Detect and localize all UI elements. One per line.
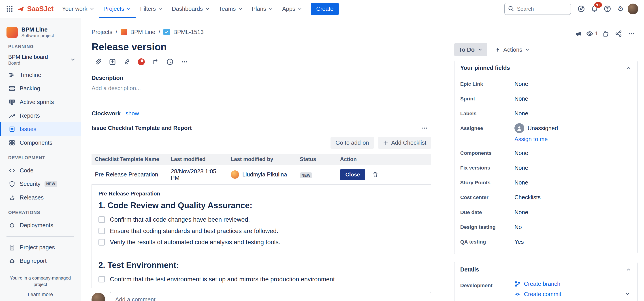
clockwork-show-link[interactable]: show <box>126 110 139 116</box>
toolbar-more-button[interactable] <box>178 56 191 68</box>
help-button[interactable] <box>601 3 614 15</box>
issue-main: Projects / BPM Line / BPML-1513 Release … <box>81 18 432 301</box>
pinned-fields-title: Your pinned fields <box>460 65 510 71</box>
search-input[interactable] <box>504 3 571 15</box>
field-value[interactable]: None <box>514 81 632 87</box>
checkbox[interactable] <box>98 216 105 223</box>
comment-input[interactable] <box>110 292 431 301</box>
task-type-icon <box>163 29 170 35</box>
app-switcher-button[interactable] <box>3 3 16 15</box>
section-planning: PLANNING <box>8 44 81 49</box>
watch-button[interactable]: 1 <box>586 28 598 39</box>
sidebar-item-timeline[interactable]: Timeline <box>0 68 81 82</box>
clockwork-button[interactable] <box>163 56 176 68</box>
breadcrumb-projects[interactable]: Projects <box>92 29 112 35</box>
checkbox[interactable] <box>98 228 105 234</box>
sidebar-item-components[interactable]: Components <box>0 136 81 150</box>
field-value[interactable]: No <box>514 224 632 230</box>
actions-label: Actions <box>504 46 522 53</box>
add-child-issue-icon <box>109 58 116 65</box>
details-header[interactable]: Details <box>454 262 637 277</box>
checklist-addon-button[interactable] <box>135 56 148 68</box>
share-button[interactable] <box>613 28 624 39</box>
actions-dropdown[interactable]: Actions <box>495 46 530 53</box>
close-checklist-button[interactable]: Close <box>340 169 366 180</box>
field-fix-versions: Fix versions None <box>460 161 632 175</box>
nav-plans[interactable]: Plans <box>247 0 278 18</box>
pinned-fields-header[interactable]: Your pinned fields <box>454 60 637 76</box>
nav-projects[interactable]: Projects <box>99 0 136 18</box>
project-sidebar: BPM Line Software project PLANNING BPM L… <box>0 18 81 301</box>
field-label: Development <box>460 281 514 288</box>
pinned-fields-card: Your pinned fields Epic Link None Sprint… <box>454 60 638 254</box>
go-to-addon-button[interactable]: Go to add-on <box>330 137 374 149</box>
assign-to-me-link[interactable]: Assign to me <box>514 136 632 142</box>
sidebar-item-active-sprints[interactable]: Active sprints <box>0 95 81 109</box>
chevron-down-icon <box>126 6 131 11</box>
field-value[interactable]: None <box>514 209 632 216</box>
checkbox[interactable] <box>98 239 105 245</box>
nav-apps[interactable]: Apps <box>278 0 307 18</box>
breadcrumb-issue-key[interactable]: BPML-1513 <box>174 29 204 35</box>
assignee-value[interactable]: Unassigned <box>514 123 632 133</box>
sidebar-item-issues[interactable]: Issues <box>0 122 81 136</box>
sidebar-item-security[interactable]: Security NEW <box>0 177 81 191</box>
nav-teams[interactable]: Teams <box>214 0 247 18</box>
user-avatar[interactable] <box>628 3 638 14</box>
sidebar-item-code[interactable]: Code <box>0 164 81 177</box>
development-expand-button[interactable] <box>622 288 633 300</box>
field-value[interactable]: None <box>514 165 632 171</box>
feedback-button[interactable] <box>573 28 584 39</box>
vote-button[interactable] <box>600 28 611 39</box>
breadcrumb-project[interactable]: BPM Line <box>130 29 155 35</box>
sidebar-item-backlog[interactable]: Backlog <box>0 82 81 95</box>
board-switcher[interactable]: BPM Line board Board <box>0 52 81 68</box>
settings-button[interactable]: ⚙ <box>614 3 627 15</box>
chevron-up-icon <box>626 65 632 71</box>
components-icon <box>8 140 16 146</box>
status-dropdown[interactable]: To Do <box>454 43 487 56</box>
learn-more-link[interactable]: Learn more <box>28 292 53 298</box>
checklist-app-more-button[interactable] <box>418 122 432 134</box>
field-value[interactable]: Yes <box>514 239 632 245</box>
checkbox[interactable] <box>98 276 105 283</box>
chevron-down-icon <box>238 6 243 11</box>
description-placeholder[interactable]: Add a description... <box>92 85 431 91</box>
field-value[interactable]: None <box>514 110 632 117</box>
pinned-fields-body: Epic Link None Sprint None Labels None A… <box>454 76 637 254</box>
share-icon <box>615 30 622 37</box>
discover-button[interactable] <box>575 3 588 15</box>
field-value[interactable]: None <box>514 95 632 102</box>
top-navigation: SaaSJet Your work Projects Filters Dashb… <box>0 0 644 18</box>
link-issue-button[interactable] <box>120 56 134 68</box>
col-template-name: Checklist Template Name <box>92 154 168 165</box>
col-status: Status <box>296 154 337 165</box>
sidebar-item-deployments[interactable]: Deployments <box>0 219 81 232</box>
nav-filters[interactable]: Filters <box>136 0 168 18</box>
more-actions-button[interactable] <box>626 28 637 39</box>
section-development: DEVELOPMENT <box>8 155 81 160</box>
attach-button[interactable] <box>92 56 105 68</box>
add-checklist-button[interactable]: Add Checklist <box>378 137 431 149</box>
saasjet-logo[interactable]: SaaSJet <box>17 5 54 13</box>
sidebar-item-releases[interactable]: Releases <box>0 191 81 204</box>
nav-your-work[interactable]: Your work <box>58 0 99 18</box>
field-value[interactable]: Checklists <box>514 194 632 201</box>
field-value[interactable]: None <box>514 179 632 186</box>
nav-dashboards[interactable]: Dashboards <box>168 0 214 18</box>
sidebar-item-bug-report[interactable]: Bug report <box>0 254 81 268</box>
field-label: Story Points <box>460 180 514 186</box>
link-icon <box>123 58 131 65</box>
create-branch-link[interactable]: Create branch <box>514 281 622 287</box>
sidebar-item-reports[interactable]: Reports <box>0 109 81 123</box>
issue-title: Release version <box>92 41 431 52</box>
field-value[interactable]: None <box>514 150 632 156</box>
delete-checklist-button[interactable] <box>371 170 380 179</box>
add-child-issue-button[interactable] <box>106 56 119 68</box>
corner-action-button[interactable] <box>149 56 162 68</box>
project-avatar-icon <box>6 27 18 38</box>
sidebar-item-project-pages[interactable]: Project pages <box>0 241 81 254</box>
create-button[interactable]: Create <box>311 3 339 15</box>
create-commit-link[interactable]: Create commit <box>514 291 622 298</box>
code-icon <box>8 167 16 174</box>
